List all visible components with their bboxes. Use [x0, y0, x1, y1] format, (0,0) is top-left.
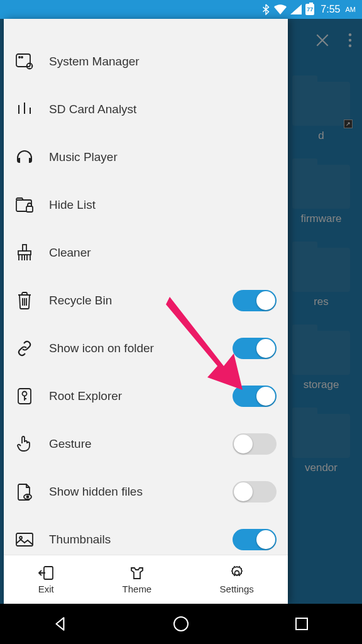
drawer-item-label: Root Explorer — [49, 389, 233, 403]
exit-icon — [38, 565, 54, 581]
footer-label: Exit — [38, 584, 54, 594]
link-icon — [15, 339, 34, 358]
toggle-root-explorer[interactable] — [233, 386, 277, 407]
drawer-item-hide-list[interactable]: Hide List — [4, 181, 288, 229]
svg-rect-3 — [16, 54, 30, 67]
drawer-item-sd-card-analyst[interactable]: SD Card Analyst — [4, 86, 288, 133]
key-icon — [15, 387, 34, 406]
svg-point-18 — [234, 571, 239, 575]
svg-rect-15 — [16, 533, 33, 546]
hide-list-icon — [15, 196, 34, 214]
drawer-item-label: Show icon on folder — [49, 341, 233, 355]
toggle-show-hidden-files[interactable] — [233, 481, 277, 502]
svg-rect-10 — [18, 251, 31, 255]
svg-rect-20 — [296, 618, 307, 630]
drawer-item-label: Gesture — [49, 437, 233, 451]
gesture-icon — [15, 435, 34, 453]
drawer-item-music-player[interactable]: Music Player — [4, 133, 288, 181]
drawer-list: System Manager SD Card Analyst Music Pla… — [4, 19, 288, 555]
drawer-item-cleaner[interactable]: Cleaner — [4, 229, 288, 277]
drawer-footer: Exit Theme Settings — [4, 555, 288, 604]
nav-back-button[interactable] — [1, 604, 120, 644]
settings-button[interactable]: Settings — [220, 565, 254, 594]
nav-recents-button[interactable] — [242, 604, 361, 644]
drawer-item-label: Show hidden files — [49, 485, 233, 499]
battery-icon: 77 — [305, 4, 314, 15]
thumbnails-icon — [15, 530, 34, 549]
svg-rect-8 — [26, 206, 33, 212]
headphones-icon — [15, 148, 34, 167]
drawer-item-show-icon-on-folder[interactable]: Show icon on folder — [4, 325, 288, 372]
clock-time: 7:55 — [321, 4, 340, 15]
svg-rect-9 — [23, 245, 26, 251]
navigation-drawer: System Manager SD Card Analyst Music Pla… — [4, 19, 288, 604]
theme-button[interactable]: Theme — [123, 565, 152, 594]
signal-icon — [290, 4, 302, 14]
hidden-file-icon — [15, 482, 34, 501]
toggle-show-icon-on-folder[interactable] — [233, 338, 277, 359]
nav-home-button[interactable] — [121, 604, 241, 644]
drawer-item-gesture[interactable]: Gesture — [4, 420, 288, 468]
toggle-gesture[interactable] — [233, 433, 277, 455]
drawer-item-recycle-bin[interactable]: Recycle Bin — [4, 277, 288, 325]
clock-ampm: AM — [346, 6, 356, 13]
system-manager-icon — [15, 52, 34, 71]
svg-point-16 — [19, 536, 22, 539]
svg-point-19 — [174, 617, 188, 631]
drawer-item-label: Music Player — [49, 150, 277, 164]
drawer-item-root-explorer[interactable]: Root Explorer — [4, 372, 288, 420]
footer-label: Settings — [220, 584, 254, 594]
drawer-item-show-hidden-files[interactable]: Show hidden files — [4, 468, 288, 516]
drawer-item-label: SD Card Analyst — [49, 103, 277, 116]
drawer-item-label: System Manager — [49, 55, 277, 69]
analyst-icon — [15, 100, 34, 119]
drawer-item-label: Recycle Bin — [49, 294, 233, 308]
exit-button[interactable]: Exit — [38, 565, 54, 594]
toggle-recycle-bin[interactable] — [233, 290, 277, 311]
drawer-item-label: Thumbnails — [49, 533, 233, 547]
cleaner-icon — [15, 243, 34, 262]
drawer-item-thumbnails[interactable]: Thumbnails — [4, 516, 288, 555]
drawer-item-system-manager[interactable]: System Manager — [4, 38, 288, 86]
svg-point-12 — [23, 392, 27, 396]
svg-point-14 — [27, 496, 29, 498]
bluetooth-icon — [261, 4, 270, 15]
theme-icon — [129, 565, 145, 581]
drawer-item-label: Cleaner — [49, 246, 277, 260]
svg-point-5 — [21, 57, 23, 58]
settings-icon — [229, 565, 244, 581]
svg-rect-17 — [44, 567, 53, 579]
svg-point-4 — [19, 57, 20, 58]
drawer-item-label: Hide List — [49, 198, 277, 212]
footer-label: Theme — [123, 584, 152, 594]
wifi-icon — [274, 4, 287, 14]
android-status-bar: 77 7:55 AM — [0, 0, 362, 19]
toggle-thumbnails[interactable] — [233, 529, 277, 550]
android-nav-bar — [0, 604, 362, 644]
trash-icon — [15, 291, 34, 310]
